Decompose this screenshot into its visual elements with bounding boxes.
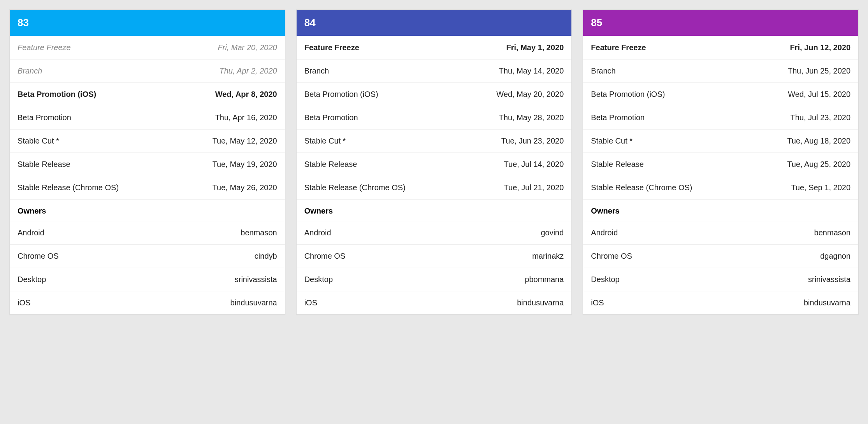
milestone-label: Stable Release	[304, 160, 357, 169]
milestone-row: Stable Release (Chrome OS)Tue, Jul 21, 2…	[297, 176, 572, 199]
owner-row: iOSbindusuvarna	[297, 291, 572, 314]
owner-name: govind	[541, 228, 564, 237]
owners-title: Owners	[583, 199, 858, 221]
milestone-label: Stable Release	[18, 160, 70, 169]
milestone-row: Beta PromotionThu, May 28, 2020	[297, 106, 572, 129]
owner-name: bindusuvarna	[517, 298, 564, 307]
milestone-label: Beta Promotion	[304, 113, 358, 122]
milestone-row: Feature FreezeFri, Mar 20, 2020	[10, 36, 285, 59]
owner-row: Androidbenmason	[583, 221, 858, 244]
owner-row: Chrome OSdgagnon	[583, 244, 858, 268]
owner-name: pbommana	[525, 275, 564, 284]
owner-platform: iOS	[591, 298, 604, 307]
owner-name: srinivassista	[808, 275, 850, 284]
milestone-row: Stable Cut *Tue, Jun 23, 2020	[297, 129, 572, 152]
milestone-row: Stable Release (Chrome OS)Tue, May 26, 2…	[10, 176, 285, 199]
milestone-date: Thu, Apr 2, 2020	[219, 67, 277, 75]
milestone-date: Fri, May 1, 2020	[506, 43, 564, 52]
owner-platform: iOS	[304, 298, 317, 307]
milestone-date: Thu, May 28, 2020	[499, 113, 564, 122]
milestone-date: Wed, Apr 8, 2020	[215, 90, 277, 99]
milestone-label: Feature Freeze	[304, 43, 359, 52]
milestone-label: Branch	[591, 67, 615, 75]
owner-platform: Desktop	[18, 275, 46, 284]
owner-name: dgagnon	[820, 252, 850, 261]
milestone-date: Thu, Apr 16, 2020	[215, 113, 277, 122]
release-version-header: 83	[10, 10, 285, 36]
owner-name: marinakz	[532, 252, 564, 261]
milestone-row: Feature FreezeFri, Jun 12, 2020	[583, 36, 858, 59]
milestone-row: BranchThu, Jun 25, 2020	[583, 59, 858, 82]
milestone-label: Stable Cut *	[591, 137, 633, 145]
owner-row: Desktopsrinivassista	[583, 268, 858, 291]
owner-row: Desktoppbommana	[297, 268, 572, 291]
owner-row: Chrome OSmarinakz	[297, 244, 572, 268]
owner-name: cindyb	[255, 252, 277, 261]
milestone-row: Beta Promotion (iOS)Wed, May 20, 2020	[297, 82, 572, 106]
owner-platform: Android	[591, 228, 618, 237]
milestone-label: Stable Release (Chrome OS)	[18, 183, 119, 192]
milestone-row: Feature FreezeFri, May 1, 2020	[297, 36, 572, 59]
milestone-label: Beta Promotion	[18, 113, 71, 122]
milestone-row: Stable ReleaseTue, May 19, 2020	[10, 152, 285, 176]
owner-row: iOSbindusuvarna	[583, 291, 858, 314]
owner-name: benmason	[241, 228, 277, 237]
milestone-label: Beta Promotion (iOS)	[18, 90, 96, 99]
release-card: 83Feature FreezeFri, Mar 20, 2020BranchT…	[9, 9, 285, 315]
owner-platform: Android	[18, 228, 44, 237]
owners-title: Owners	[297, 199, 572, 221]
milestone-label: Stable Release	[591, 160, 644, 169]
milestone-label: Branch	[304, 67, 329, 75]
milestone-date: Tue, Sep 1, 2020	[791, 183, 850, 192]
release-card: 85Feature FreezeFri, Jun 12, 2020BranchT…	[583, 9, 859, 315]
owner-platform: iOS	[18, 298, 30, 307]
owner-platform: Chrome OS	[304, 252, 346, 261]
milestone-row: BranchThu, Apr 2, 2020	[10, 59, 285, 82]
milestone-label: Stable Release (Chrome OS)	[304, 183, 406, 192]
owner-platform: Desktop	[591, 275, 619, 284]
milestone-date: Tue, Aug 25, 2020	[787, 160, 850, 169]
owner-row: Androidbenmason	[10, 221, 285, 244]
milestone-row: Beta PromotionThu, Apr 16, 2020	[10, 106, 285, 129]
owner-row: Desktopsrinivassista	[10, 268, 285, 291]
milestone-row: Beta PromotionThu, Jul 23, 2020	[583, 106, 858, 129]
milestone-date: Thu, Jun 25, 2020	[788, 67, 850, 75]
milestone-date: Tue, Aug 18, 2020	[787, 137, 850, 145]
milestone-row: Beta Promotion (iOS)Wed, Apr 8, 2020	[10, 82, 285, 106]
milestone-date: Tue, Jul 21, 2020	[504, 183, 564, 192]
owner-platform: Android	[304, 228, 331, 237]
milestone-date: Wed, May 20, 2020	[496, 90, 564, 99]
owner-name: bindusuvarna	[804, 298, 850, 307]
milestone-date: Tue, Jul 14, 2020	[504, 160, 564, 169]
milestone-row: BranchThu, May 14, 2020	[297, 59, 572, 82]
milestone-label: Beta Promotion (iOS)	[304, 90, 378, 99]
milestone-label: Beta Promotion	[591, 113, 645, 122]
owner-platform: Chrome OS	[18, 252, 59, 261]
milestone-label: Feature Freeze	[591, 43, 646, 52]
milestone-row: Stable ReleaseTue, Jul 14, 2020	[297, 152, 572, 176]
milestone-row: Stable Release (Chrome OS)Tue, Sep 1, 20…	[583, 176, 858, 199]
release-version-header: 84	[297, 10, 572, 36]
milestone-row: Stable Cut *Tue, May 12, 2020	[10, 129, 285, 152]
milestone-label: Stable Cut *	[304, 137, 346, 145]
release-version-header: 85	[583, 10, 858, 36]
milestone-label: Stable Cut *	[18, 137, 59, 145]
milestone-row: Stable ReleaseTue, Aug 25, 2020	[583, 152, 858, 176]
owner-row: Chrome OScindyb	[10, 244, 285, 268]
release-cards-container: 83Feature FreezeFri, Mar 20, 2020BranchT…	[9, 9, 859, 315]
milestone-date: Wed, Jul 15, 2020	[788, 90, 850, 99]
milestone-date: Tue, Jun 23, 2020	[501, 137, 564, 145]
milestone-row: Beta Promotion (iOS)Wed, Jul 15, 2020	[583, 82, 858, 106]
owner-name: bindusuvarna	[230, 298, 277, 307]
milestone-date: Thu, Jul 23, 2020	[790, 113, 850, 122]
owners-title: Owners	[10, 199, 285, 221]
milestone-date: Tue, May 26, 2020	[213, 183, 277, 192]
owner-platform: Desktop	[304, 275, 333, 284]
milestone-label: Feature Freeze	[18, 43, 71, 52]
milestone-date: Fri, Jun 12, 2020	[790, 43, 850, 52]
owner-row: iOSbindusuvarna	[10, 291, 285, 314]
milestone-date: Fri, Mar 20, 2020	[218, 43, 277, 52]
owner-name: srinivassista	[235, 275, 277, 284]
owner-row: Androidgovind	[297, 221, 572, 244]
milestone-label: Branch	[18, 67, 42, 75]
